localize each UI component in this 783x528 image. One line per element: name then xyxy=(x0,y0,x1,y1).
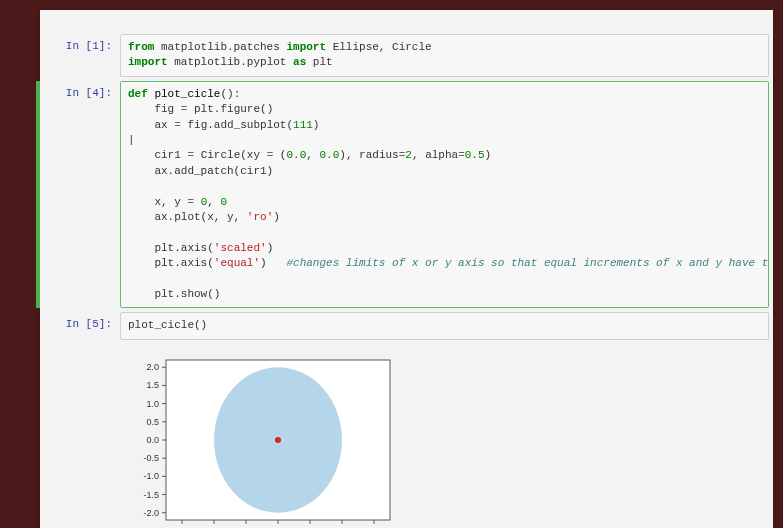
svg-text:0.0: 0.0 xyxy=(146,435,159,445)
circle-plot: -2.0-1.5-1.0-0.50.00.51.01.52.0−3−2−1012… xyxy=(128,352,398,528)
code-input[interactable]: from matplotlib.patches import Ellipse, … xyxy=(120,34,769,77)
svg-text:1.5: 1.5 xyxy=(146,380,159,390)
prompt-label: In [5]: xyxy=(40,312,120,339)
svg-text:-2.0: -2.0 xyxy=(143,507,159,517)
svg-text:0.5: 0.5 xyxy=(146,416,159,426)
prompt-label: In [4]: xyxy=(40,81,120,308)
code-cell[interactable]: In [5]: plot_cicle() xyxy=(40,312,773,339)
svg-text:2.0: 2.0 xyxy=(146,362,159,372)
code-cell[interactable]: In [1]: from matplotlib.patches import E… xyxy=(40,34,773,77)
code-input[interactable]: def plot_cicle(): fig = plt.figure() ax … xyxy=(120,81,769,308)
svg-text:-0.5: -0.5 xyxy=(143,453,159,463)
svg-text:1.0: 1.0 xyxy=(146,398,159,408)
code-cell-selected[interactable]: In [4]: def plot_cicle(): fig = plt.figu… xyxy=(36,81,773,308)
svg-text:-1.0: -1.0 xyxy=(143,471,159,481)
plot-output: -2.0-1.5-1.0-0.50.00.51.01.52.0−3−2−1012… xyxy=(120,344,769,528)
prompt-label: In [1]: xyxy=(40,34,120,77)
output-cell: -2.0-1.5-1.0-0.50.00.51.01.52.0−3−2−1012… xyxy=(40,344,773,528)
notebook-page: In [1]: from matplotlib.patches import E… xyxy=(40,10,773,528)
svg-text:-1.5: -1.5 xyxy=(143,489,159,499)
prompt-empty xyxy=(40,344,120,528)
svg-point-34 xyxy=(275,437,281,443)
code-input[interactable]: plot_cicle() xyxy=(120,312,769,339)
